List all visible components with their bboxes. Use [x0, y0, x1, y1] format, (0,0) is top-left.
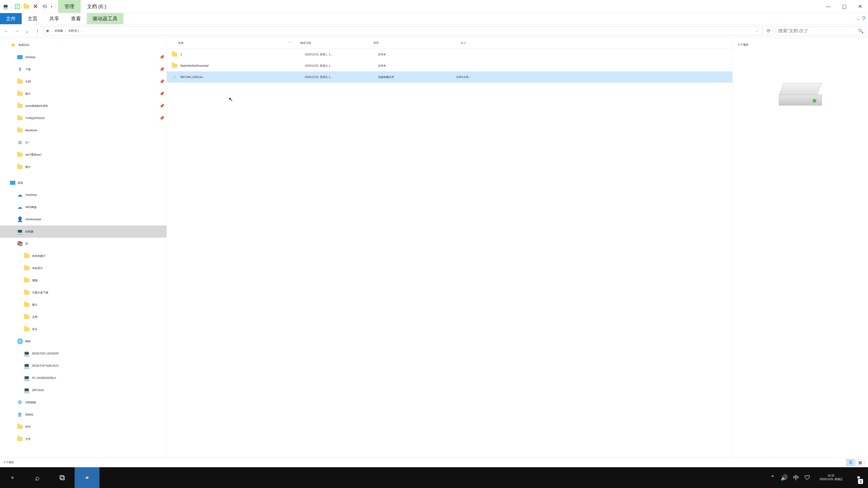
tray-overflow-icon[interactable]: ⌃	[770, 474, 775, 481]
taskbar-clock[interactable]: 16:32 2020/12/25, 星期五	[816, 474, 846, 481]
search-icon[interactable]: 🔍	[858, 28, 864, 34]
security-icon[interactable]: 🛡	[804, 474, 810, 481]
nav-item[interactable]: 👤Administrator	[0, 213, 166, 225]
nav-quick-item[interactable]: YUNQISHI2019📌	[0, 112, 166, 124]
qat-delete-icon[interactable]: ✕	[31, 2, 39, 11]
breadcrumb[interactable]: 💻 › 此电脑 › 文档 (E:) › ⌄	[43, 26, 763, 35]
action-center-button[interactable]: 💬 3	[852, 467, 865, 488]
pc-icon: 💻	[24, 375, 30, 381]
task-view-button[interactable]: ⧉	[50, 467, 74, 488]
status-bar: 3 个项目 ☰ ▦	[0, 457, 868, 467]
volume-icon[interactable]: 🔊	[780, 474, 788, 481]
ime-indicator[interactable]: 中	[793, 474, 799, 482]
file-rows[interactable]: 12020/12/15, 星期二 1...文件夹BaiduNetdiskDown…	[167, 49, 733, 457]
column-header-size[interactable]: 大小	[434, 41, 471, 45]
maximize-button[interactable]: ▢	[836, 0, 852, 13]
folder-icon	[17, 91, 23, 97]
nav-item-label: Bandicam	[25, 129, 37, 132]
start-button[interactable]: ⊞	[0, 467, 25, 488]
close-button[interactable]: ✕	[852, 0, 868, 13]
nav-desktop-root[interactable]: 桌面	[0, 177, 166, 189]
chevron-right-icon[interactable]: ›	[64, 29, 67, 33]
nav-item-label: Administrator	[25, 218, 41, 221]
nav-item-label: 保存的图片	[32, 254, 46, 258]
view-details-button[interactable]: ☰	[846, 459, 855, 466]
nav-item[interactable]: 🗑回收站	[0, 409, 166, 421]
details-pane: 3 个项目	[733, 37, 868, 457]
nav-item[interactable]: 💻DESKTOP-NJEU3CG	[0, 360, 166, 372]
ribbon-tab-file[interactable]: 文件	[0, 13, 22, 24]
qat-customize-dropdown[interactable]: ▾	[50, 5, 54, 8]
ribbon-tab-view[interactable]: 查看	[65, 13, 87, 24]
file-size: 3,874,126...	[439, 75, 475, 78]
nav-item-label: 文件	[25, 437, 31, 441]
ribbon-tab-home[interactable]: 主页	[22, 13, 43, 24]
file-row[interactable]: BaiduNetdiskDownload2020/12/25, 星期五 1...…	[167, 60, 733, 71]
nav-item[interactable]: 图片	[0, 299, 166, 311]
nav-item[interactable]: 🌐网络	[0, 335, 166, 348]
nav-item[interactable]: 文件	[0, 433, 166, 445]
column-header-date[interactable]: 修改日期	[300, 41, 373, 45]
view-large-icons-button[interactable]: ▦	[856, 459, 864, 466]
search-input[interactable]	[778, 28, 858, 33]
nav-quick-item[interactable]: win7重装win7	[0, 149, 166, 161]
taskbar-explorer[interactable]: 📁	[74, 467, 99, 488]
qat-undo-icon[interactable]: ⟲	[40, 2, 49, 11]
taskbar-search-button[interactable]: ⌕	[25, 467, 50, 488]
ribbon-tab-share[interactable]: 共享	[43, 13, 65, 24]
file-row[interactable]: 12020/12/15, 星期二 1...文件夹	[167, 49, 733, 60]
nav-quick-item[interactable]: 💽G:\	[0, 136, 166, 149]
nav-quick-item[interactable]: Bandicam	[0, 124, 166, 136]
qat-properties-icon[interactable]	[13, 2, 22, 11]
ribbon-collapse-icon[interactable]: ⌄	[857, 16, 860, 21]
crumb-drive-e[interactable]: 文档 (E:)	[68, 29, 79, 33]
nav-item-label: 桌面	[18, 181, 23, 185]
crumb-this-pc[interactable]: 此电脑	[55, 29, 63, 33]
refresh-button[interactable]: ⟳	[764, 26, 773, 35]
minimize-button[interactable]: —	[820, 0, 836, 13]
nav-item[interactable]: ☁OneDrive	[0, 189, 166, 201]
file-row[interactable]: 💿Win7x64_2020.iso2020/12/25, 星期五 1...光盘映…	[167, 71, 733, 83]
chevron-right-icon[interactable]: ›	[50, 29, 54, 33]
nav-quick-item[interactable]: Desktop📌	[0, 51, 166, 63]
nav-quick-item[interactable]: 图片📌	[0, 88, 166, 100]
column-header-name[interactable]: 名称 ⌃	[167, 41, 300, 45]
nav-item[interactable]: 📚库	[0, 238, 166, 250]
nav-item[interactable]: 音乐	[0, 323, 166, 335]
help-icon[interactable]: ?	[862, 15, 865, 22]
nav-forward-button[interactable]: →	[12, 26, 21, 35]
ribbon-tab-drive-tools[interactable]: 驱动器工具	[87, 13, 123, 24]
nav-quick-item[interactable]: ⬇下载📌	[0, 63, 166, 75]
navigation-pane[interactable]: ★ 快速访问 Desktop📌⬇下载📌文档📌图片📌excel表格制作求和📌YUN…	[0, 37, 167, 457]
pc-icon: 💻	[24, 363, 30, 369]
nav-item[interactable]: 视频	[0, 274, 166, 287]
nav-item[interactable]: ⚙控制面板	[0, 396, 166, 409]
window-controls: — ▢ ✕	[820, 0, 868, 13]
search-box[interactable]: 🔍	[776, 26, 866, 35]
nav-quick-item[interactable]: 文档📌	[0, 75, 166, 88]
nav-item[interactable]: 💻ZMT2019	[0, 384, 166, 396]
nav-up-button[interactable]: ↑	[33, 26, 42, 35]
folder-icon	[24, 302, 30, 308]
nav-quick-item[interactable]: 图片	[0, 161, 166, 173]
nav-quick-item[interactable]: excel表格制作求和📌	[0, 100, 166, 112]
nav-item[interactable]: 💻DESKTOP-LSSOEDP	[0, 348, 166, 360]
nav-item[interactable]: 软件	[0, 421, 166, 433]
nav-item[interactable]: 💻此电脑	[0, 225, 166, 238]
nav-item[interactable]: ☁WPS网盘	[0, 201, 166, 213]
app-icon[interactable]: 💻	[1, 2, 9, 11]
chevron-right-icon[interactable]: ›	[80, 29, 84, 33]
nav-item-label: OneDrive	[25, 193, 37, 197]
nav-item[interactable]: 本机照片	[0, 262, 166, 274]
nav-item-label: 本机照片	[32, 266, 43, 270]
column-header-type[interactable]: 类型	[373, 41, 434, 45]
nav-item[interactable]: 保存的图片	[0, 250, 166, 262]
nav-back-button[interactable]: ←	[2, 26, 11, 35]
nav-item[interactable]: 天翼云盘下载	[0, 287, 166, 299]
nav-item[interactable]: 💻PC-20190530OBLA	[0, 372, 166, 384]
qat-new-folder-icon[interactable]	[22, 2, 31, 11]
nav-recent-dropdown[interactable]: ⌄	[23, 26, 32, 35]
nav-quick-access[interactable]: ★ 快速访问	[0, 39, 166, 51]
breadcrumb-history-dropdown[interactable]: ⌄	[753, 29, 760, 33]
nav-item[interactable]: 文档	[0, 311, 166, 323]
